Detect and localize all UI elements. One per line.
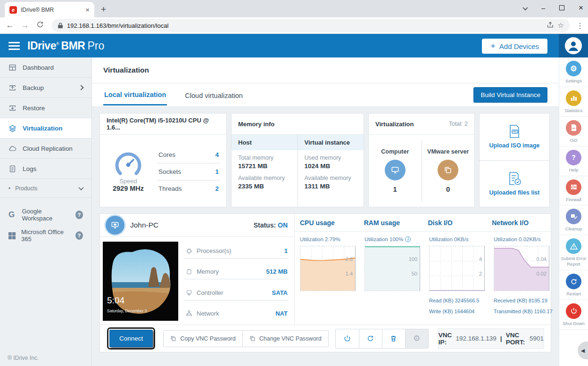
copy-vnc-password-button[interactable]: Copy VNC Password [163, 330, 242, 347]
vmware-summary: VMware server 0 [422, 140, 475, 201]
help-badge-icon[interactable]: ? [75, 231, 83, 240]
browser-tab[interactable]: e IDrive® BMR × [5, 2, 94, 17]
browser-menu-icon[interactable]: ⋮ [576, 21, 584, 30]
cpu-row-threads: Threads2 [157, 180, 220, 197]
quickaction-help[interactable]: ? Help [559, 146, 588, 176]
svg-text:ISO: ISO [513, 131, 517, 133]
main-area: Virtualization Local virtualization Clou… [92, 57, 559, 366]
memory-card-title: Memory info [232, 114, 364, 135]
help-question-icon: ? [566, 150, 581, 165]
host-column-header: Host [232, 135, 298, 150]
sidebar-item-logs[interactable]: Logs [0, 159, 91, 179]
sidebar-collapse-handle[interactable]: ◀ [578, 342, 588, 359]
disk-io-chart: Utilization 0KB/s 4 2 Read (KB) 3245566.… [429, 236, 485, 322]
quickaction-settings[interactable]: ⚙ Settings [559, 57, 588, 87]
sidebar-item-restore[interactable]: Restore [0, 98, 91, 118]
statistics-icon [566, 90, 581, 106]
cpu-card-title: Intel(R) Core(TM) i5-10210U CPU @ 1.6... [100, 114, 226, 135]
sidebar-item-microsoft-office[interactable]: Microsoft Office 365 ? [0, 225, 91, 246]
forward-icon[interactable]: → [19, 21, 31, 30]
sidebar-item-google-workspace[interactable]: G Google Workspace ? [0, 204, 91, 225]
power-off-button[interactable] [336, 329, 359, 348]
vm-monitor-icon [106, 216, 124, 235]
hamburger-menu-icon[interactable] [8, 42, 20, 50]
chevron-down-icon [78, 185, 83, 190]
left-sidebar: Dashboard Backup Restore Virtualization … [0, 57, 92, 366]
uploaded-files-list-button[interactable]: Uploaded files list [480, 160, 549, 207]
vnc-port-value: 5901 [530, 335, 544, 342]
cpu-row-sockets: Sockets1 [157, 163, 220, 180]
power-icon [343, 334, 351, 342]
cpu-info-card: Intel(R) Core(TM) i5-10210U CPU @ 1.6...… [99, 113, 227, 207]
quickaction-submit-error-report[interactable]: Submit Error Report [559, 235, 588, 270]
upload-iso-button[interactable]: ISO Upload ISO image [480, 114, 549, 160]
vm-detail-network: NetworkNAT [185, 306, 289, 321]
help-badge-icon[interactable]: ? [75, 211, 83, 219]
build-virtual-instance-button[interactable]: Build Virtual Instance [473, 87, 547, 103]
restart-vm-button[interactable] [359, 329, 382, 348]
tab-title: IDrive® BMR [21, 7, 82, 13]
bullet-icon: • [8, 185, 10, 192]
firewall-icon [566, 179, 581, 195]
sidebar-item-virtualization[interactable]: Virtualization [0, 118, 91, 138]
cpu-usage-chart: Utilization 2.79% 2.8 1.4 [300, 236, 356, 322]
virt-card-title: Virtualization [375, 121, 414, 128]
iso-actions-card: ISO Upload ISO image Uploaded files list [479, 113, 550, 207]
svg-text:ISO: ISO [572, 127, 576, 130]
bookmark-star-icon[interactable]: ☆ [558, 21, 564, 30]
lockscreen-time: 5:04 [107, 295, 124, 306]
new-tab-button[interactable]: + [101, 4, 106, 15]
window-maximize-button[interactable] [559, 4, 564, 12]
vnc-ip-value: 192.168.1.139 [456, 335, 497, 342]
window-menu-chevron-icon[interactable] [523, 4, 527, 12]
restart-icon [366, 334, 374, 342]
change-vnc-password-button[interactable]: Change VNC Password [243, 330, 329, 347]
connect-button[interactable]: Connect [109, 330, 153, 347]
quickaction-shutdown[interactable]: Shut Down [559, 300, 588, 330]
account-area[interactable] [559, 34, 588, 57]
network-io-chart: Utilization 0.02KB/s 0.04 0.02 Received … [494, 236, 549, 322]
share-icon[interactable] [547, 21, 554, 30]
address-bar[interactable]: 192.168.1.163/bmr/virtualization/local ☆ [52, 19, 570, 32]
vm-panel: John-PC Status: ON [99, 213, 551, 352]
google-g-icon: G [8, 210, 16, 220]
collapse-arrow-icon: ◀ [581, 348, 585, 354]
vnc-info: VNC IP:192.168.1.139 | VNC PORT:5901 [438, 328, 544, 349]
reload-icon[interactable] [34, 21, 46, 31]
restore-icon [8, 104, 17, 112]
speed-gauge-icon [115, 151, 142, 177]
vm-screen-preview[interactable]: 5:04 Saturday, December 3 [103, 242, 178, 321]
chart-title-ram: RAM usage [359, 214, 423, 231]
add-devices-button[interactable]: + Add Devices [482, 39, 547, 54]
vm-detail-memory: Memory512 MB [185, 264, 289, 279]
copy-icon [249, 335, 256, 342]
speed-label: Speed [119, 178, 137, 185]
settings-gear-icon: ⚙ [566, 61, 581, 76]
info-icon[interactable]: i [405, 236, 411, 242]
tab-cloud-virtualization[interactable]: Cloud virtualization [184, 85, 244, 105]
quickaction-firewall[interactable]: Firewall [559, 176, 588, 206]
disk-io-stats: Read (KB) 3245566.5 Write (KB) 1644604 [429, 295, 485, 317]
copyright-text: ® IDrive Inc. [0, 350, 91, 366]
sidebar-item-dashboard[interactable]: Dashboard [0, 57, 91, 78]
sidebar-item-cloud-replication[interactable]: Cloud Replication [0, 138, 91, 159]
vm-detail-controller: ControllerSATA [185, 285, 289, 301]
network-io-stats: Received (KB) 8195.19 Transmitted (KB) 1… [494, 295, 549, 317]
tab-local-virtualization[interactable]: Local virtualization [103, 84, 167, 106]
virt-total: Total: 2 [449, 121, 468, 127]
quickaction-restart[interactable]: Restart [559, 270, 588, 300]
back-icon[interactable]: ← [4, 21, 16, 30]
sidebar-item-backup[interactable]: Backup [0, 78, 91, 98]
quickaction-statistics[interactable]: Statistics [559, 87, 588, 117]
delete-vm-button[interactable] [382, 329, 405, 348]
url-text: 192.168.1.163/bmr/virtualization/local [67, 22, 543, 29]
sidebar-item-products[interactable]: • Products [0, 179, 91, 198]
user-avatar-icon[interactable] [565, 37, 582, 54]
idrive-favicon-icon: e [9, 6, 17, 14]
quickaction-iso[interactable]: ISO ISO [559, 117, 588, 146]
tab-close-icon[interactable]: × [85, 6, 90, 14]
browser-toolbar: ← → 192.168.1.163/bmr/virtualization/loc… [0, 17, 588, 34]
quickaction-cleanup[interactable]: Cleanup [559, 205, 588, 235]
window-close-button[interactable]: × [579, 3, 583, 13]
window-minimize-button[interactable]: – [541, 4, 545, 12]
